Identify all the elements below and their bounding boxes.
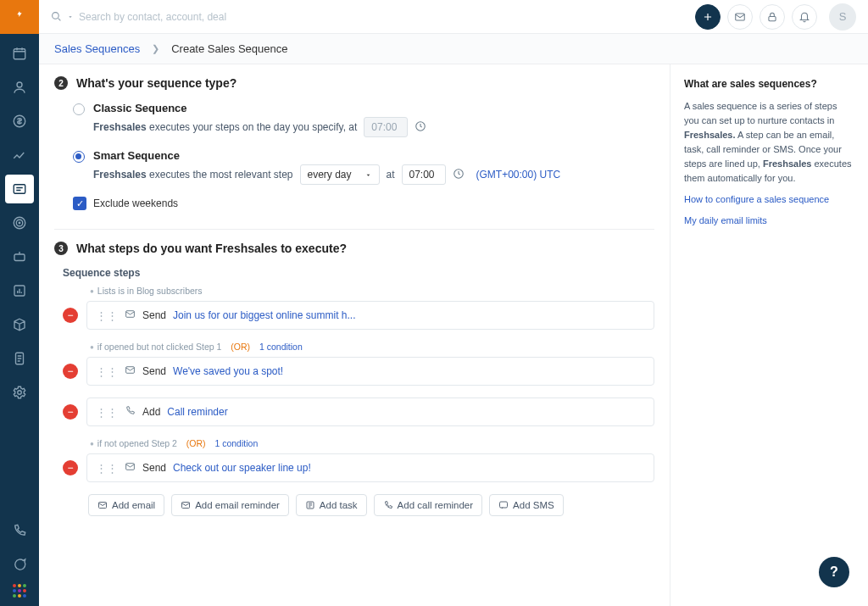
mail-icon — [125, 461, 136, 475]
nav-analytics[interactable] — [5, 141, 34, 170]
svg-rect-13 — [769, 16, 776, 20]
help-panel: What are sales sequences? A sales sequen… — [670, 64, 868, 606]
classic-desc: executes your steps on the day you speci… — [149, 121, 357, 133]
drag-handle-icon[interactable]: ⋮⋮ — [96, 365, 118, 378]
add-button[interactable] — [695, 4, 721, 30]
nav-phone[interactable] — [5, 516, 34, 545]
smart-time-input[interactable] — [402, 164, 446, 185]
smart-desc: executes the most relevant step — [149, 169, 292, 181]
remove-step-button[interactable]: − — [63, 460, 78, 475]
mail-button[interactable] — [727, 4, 753, 30]
drag-handle-icon[interactable]: ⋮⋮ — [96, 406, 118, 419]
svg-rect-3 — [14, 185, 25, 194]
step-card-2[interactable]: ⋮⋮ Send We've saved you a spot! — [86, 357, 654, 386]
condition-2-link[interactable]: 1 condition — [259, 342, 303, 352]
sidebar — [0, 0, 39, 606]
section-2-title: What's your sequence type? — [76, 76, 236, 90]
condition-1: ●Lists is in Blog subscribers — [90, 286, 654, 296]
phone-icon — [125, 405, 136, 419]
remove-step-button[interactable]: − — [63, 308, 78, 323]
step-1-link[interactable]: Join us for our biggest online summit h.… — [173, 309, 355, 321]
drag-handle-icon[interactable]: ⋮⋮ — [96, 309, 118, 322]
breadcrumb-current: Create Sales Sequence — [171, 42, 287, 55]
nav-apps[interactable] — [13, 584, 26, 598]
mail-icon — [125, 364, 136, 378]
svg-point-5 — [16, 220, 23, 226]
radio-smart[interactable] — [73, 151, 85, 163]
clock-icon — [415, 120, 426, 135]
nav-sequences[interactable] — [5, 175, 34, 203]
classic-time-input[interactable] — [364, 117, 408, 137]
avatar[interactable]: S — [829, 3, 856, 31]
nav-settings[interactable] — [5, 378, 34, 407]
svg-point-10 — [18, 391, 22, 395]
search-input[interactable] — [79, 11, 299, 23]
add-task-button[interactable]: Add task — [296, 494, 367, 516]
radio-classic[interactable] — [73, 103, 85, 115]
remove-step-button[interactable]: − — [63, 404, 78, 420]
step-card-4[interactable]: ⋮⋮ Send Check out our speaker line up! — [86, 453, 654, 482]
svg-rect-22 — [500, 502, 508, 508]
svg-point-11 — [53, 13, 59, 19]
drag-handle-icon[interactable]: ⋮⋮ — [96, 462, 118, 475]
help-body: A sales sequence is a series of steps yo… — [684, 99, 854, 186]
nav-products[interactable] — [5, 310, 34, 339]
classic-title: Classic Sequence — [93, 102, 654, 114]
timezone-link[interactable]: (GMT+00:00) UTC — [476, 169, 561, 181]
help-link-configure[interactable]: How to configure a sales sequence — [684, 192, 854, 207]
step-2-link[interactable]: We've saved you a spot! — [173, 365, 283, 377]
condition-2: ●if opened but not clicked Step 1 (OR) 1… — [90, 342, 654, 352]
breadcrumb-root[interactable]: Sales Sequences — [54, 42, 140, 55]
add-call-reminder-button[interactable]: Add call reminder — [374, 494, 482, 516]
exclude-weekends-label: Exclude weekends — [93, 197, 178, 209]
svg-rect-0 — [14, 49, 25, 59]
step-card-3[interactable]: ⋮⋮ Add Call reminder — [86, 398, 654, 426]
step-3-link[interactable]: Call reminder — [167, 406, 227, 418]
svg-point-6 — [19, 222, 20, 224]
add-sms-button[interactable]: Add SMS — [489, 494, 564, 516]
help-link-limits[interactable]: My daily email limits — [684, 214, 854, 228]
section-3-title: What steps do you want Freshsales to exe… — [76, 242, 347, 255]
app-logo[interactable] — [0, 0, 39, 34]
step-card-1[interactable]: ⋮⋮ Send Join us for our biggest online s… — [86, 301, 654, 330]
svg-point-1 — [17, 82, 22, 87]
svg-rect-7 — [14, 254, 25, 261]
svg-point-4 — [14, 217, 25, 229]
smart-title: Smart Sequence — [93, 149, 654, 162]
mail-icon — [125, 309, 136, 322]
nav-goals[interactable] — [5, 208, 34, 237]
help-title: What are sales sequences? — [684, 76, 854, 92]
remove-step-button[interactable]: − — [63, 364, 78, 379]
lock-button[interactable] — [760, 4, 785, 30]
classic-bold: Freshsales — [93, 121, 147, 133]
nav-reports[interactable] — [5, 276, 34, 305]
search-dropdown-icon[interactable] — [67, 14, 74, 20]
condition-3-link[interactable]: 1 condition — [214, 438, 258, 448]
chevron-right-icon: ❯ — [152, 43, 159, 54]
breadcrumb: Sales Sequences ❯ Create Sales Sequence — [39, 34, 868, 64]
step-number-3: 3 — [54, 242, 68, 255]
nav-contacts[interactable] — [5, 73, 34, 102]
step-number-2: 2 — [54, 76, 68, 90]
smart-bold: Freshsales — [93, 169, 147, 181]
notifications-button[interactable] — [792, 4, 817, 30]
nav-deals[interactable] — [5, 107, 34, 136]
at-label: at — [387, 169, 395, 181]
help-fab[interactable]: ? — [819, 557, 849, 587]
sequence-steps-label: Sequence steps — [63, 267, 654, 279]
topbar: S — [39, 0, 868, 34]
clock-icon — [453, 168, 465, 182]
search-icon[interactable] — [51, 11, 62, 22]
condition-3: ●if not opened Step 2 (OR) 1 condition — [90, 438, 654, 448]
step-4-link[interactable]: Check out our speaker line up! — [173, 462, 311, 474]
nav-calendar[interactable] — [5, 39, 34, 68]
frequency-select[interactable]: every day — [300, 164, 380, 185]
main-content: 2 What's your sequence type? Classic Seq… — [39, 64, 670, 606]
nav-bot[interactable] — [5, 242, 34, 271]
add-email-button[interactable]: Add email — [88, 494, 164, 516]
nav-chat[interactable] — [5, 550, 34, 579]
add-email-reminder-button[interactable]: Add email reminder — [171, 494, 289, 516]
nav-documents[interactable] — [5, 344, 34, 373]
exclude-weekends-checkbox[interactable]: ✓ — [73, 197, 86, 210]
